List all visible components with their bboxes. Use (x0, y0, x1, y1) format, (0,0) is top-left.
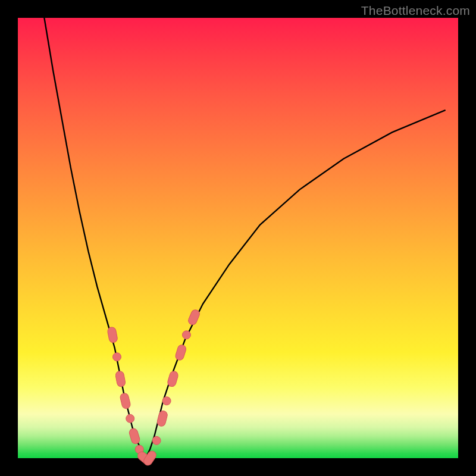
bead-dot (152, 436, 161, 444)
curve-group (44, 18, 444, 458)
bead-capsule (115, 371, 126, 387)
beads-group (107, 308, 201, 466)
bead-capsule (120, 393, 131, 410)
bead-capsule (129, 428, 141, 445)
bead-dot (113, 353, 121, 361)
chart-svg (18, 18, 458, 458)
curve-right-branch (146, 110, 445, 458)
watermark-text: TheBottleneck.com (361, 4, 470, 18)
bead-dot (162, 397, 171, 405)
chart-frame: TheBottleneck.com (0, 0, 476, 476)
bead-capsule (174, 344, 187, 361)
bead-capsule (156, 410, 168, 427)
plot-area (18, 18, 458, 458)
bead-dot (126, 414, 134, 422)
bead-capsule (167, 370, 179, 387)
bead-capsule (187, 308, 201, 325)
bead-capsule (107, 327, 118, 343)
curve-left-branch (44, 18, 145, 458)
bead-dot (182, 331, 190, 339)
